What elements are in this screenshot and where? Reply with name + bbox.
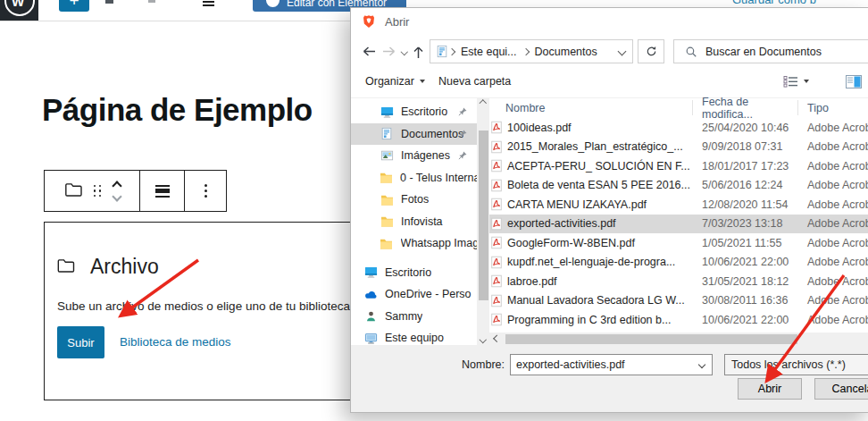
scroll-left-icon[interactable] (491, 333, 503, 345)
file-row-carta-menu-izakaya-pdf[interactable]: CARTA MENU IZAKAYA.pdf12/08/2020 11:54Ad… (489, 195, 868, 215)
block-toolbar (44, 170, 227, 212)
file-row-acepta-peru-soluci-n-en-f[interactable]: ACEPTA-PERU_ SOLUCIÓN EN F...18/01/2017 … (489, 156, 868, 176)
file-row-exported-activities-pdf[interactable]: exported-activities.pdf7/03/2023 13:18Ad… (489, 215, 868, 234)
sidebar-item-label: Whatsapp Imag (401, 237, 477, 249)
file-rows: 100ideas.pdf25/04/2020 10:46Adobe Acrob2… (489, 118, 868, 330)
sidebar-item-label: Este equipo (385, 332, 444, 344)
filename-value: exported-activities.pdf (516, 358, 625, 371)
pdf-file-icon (490, 198, 503, 211)
new-folder-button[interactable]: Nueva carpeta (438, 75, 511, 88)
file-row-googleform-w-8ben-pdf[interactable]: GoogleForm-W-8BEN.pdf1/05/2021 11:55Adob… (489, 233, 868, 253)
sidebar-item-im-genes[interactable]: Imágenes (351, 145, 477, 167)
scroll-up-icon[interactable] (477, 97, 489, 109)
add-block-button[interactable]: + (59, 0, 89, 12)
address-dropdown-icon[interactable] (618, 47, 627, 56)
file-row-manual-lavadora-secadora-lg-w[interactable]: Manual Lavadora Secadora LG W...30/08/20… (489, 291, 868, 311)
column-header-date[interactable]: Fecha de modifica... (693, 100, 798, 115)
sidebar-item-sammy[interactable]: Sammy (351, 306, 477, 328)
up-icon[interactable] (413, 46, 424, 59)
file-type: Adobe Acrob (798, 217, 868, 230)
align-icon[interactable] (155, 182, 170, 199)
sidebar-item-onedrive-perso[interactable]: OneDrive - Perso (351, 283, 477, 306)
recent-locations-chevron-icon[interactable] (402, 49, 407, 55)
sidebar-item-label: OneDrive - Perso (385, 288, 472, 300)
file-row-labroe-pdf[interactable]: labroe.pdf31/05/2021 18:12Adobe Acrob (489, 272, 868, 291)
file-row-2015-morales-plan-estrat-gico[interactable]: 2015_Morales_Plan_estratégico_...9/09/20… (489, 138, 868, 157)
folder-icon (380, 194, 394, 206)
sidebar-item-documentos[interactable]: Documentos (351, 123, 477, 146)
back-icon[interactable] (362, 46, 376, 57)
file-list: Nombre Fecha de modifica... Tipo ^ 100id… (489, 97, 868, 333)
file-name: CARTA MENU IZAKAYA.pdf (507, 198, 647, 211)
column-header-type[interactable]: Tipo (798, 100, 868, 115)
drag-handle-icon[interactable] (94, 185, 102, 198)
breadcrumb-folder[interactable]: Documentos (530, 46, 603, 58)
pin-icon (457, 129, 468, 142)
file-row-kupdf-net-el-lenguaje-de-progra[interactable]: kupdf.net_el-lenguaje-de-progra...10/06/… (489, 253, 868, 273)
dialog-title: Abrir (385, 15, 409, 29)
sidebar-scrollbar[interactable] (477, 97, 489, 345)
file-date: 1/05/2021 11:55 (693, 237, 798, 249)
brave-icon (362, 14, 376, 29)
scroll-down-icon[interactable] (477, 333, 489, 345)
pdf-file-icon (490, 294, 503, 307)
pdf-file-icon (490, 256, 503, 269)
filename-input[interactable]: exported-activities.pdf (510, 354, 713, 375)
upload-button[interactable]: Subir (57, 326, 104, 358)
move-down-icon[interactable] (112, 191, 121, 201)
refresh-button[interactable] (638, 39, 664, 63)
sidebar-item-este-equipo[interactable]: Este equipo (351, 327, 477, 345)
dropdown-triangle-icon (804, 80, 809, 83)
scrollbar-thumb[interactable] (505, 334, 797, 344)
computer-icon (363, 332, 378, 345)
save-draft-link[interactable]: Guardar como b (732, 0, 866, 7)
dropdown-triangle-icon (420, 80, 425, 83)
list-view-icon[interactable] (203, 1, 214, 8)
media-library-link[interactable]: Biblioteca de medios (120, 335, 231, 349)
pdf-file-icon (490, 236, 503, 249)
move-up-icon[interactable] (112, 181, 121, 190)
folder-icon (56, 255, 75, 279)
sidebar-item-0-telus-internat[interactable]: 0 - Telus Internat (351, 167, 477, 189)
file-type: Adobe Acrob (798, 140, 868, 153)
view-mode-button[interactable] (783, 75, 809, 88)
cancel-button[interactable]: Cancela (814, 378, 868, 400)
file-row-programming-in-c-3rd-edition-b[interactable]: Programming in C 3rd edition b...10/06/2… (489, 310, 868, 330)
organize-menu[interactable]: Organizar (365, 75, 425, 88)
breadcrumb-separator-icon (448, 47, 455, 55)
user-icon (363, 310, 378, 323)
document-icon (436, 45, 448, 58)
onedrive-icon (363, 290, 378, 299)
horizontal-scrollbar[interactable] (489, 333, 868, 345)
options-kebab-icon[interactable] (204, 184, 207, 198)
scrollbar-thumb[interactable] (479, 131, 488, 300)
sidebar-item-escritorio[interactable]: Escritorio (351, 262, 477, 284)
details-view-icon (783, 75, 798, 88)
search-box[interactable]: Buscar en Documentos (673, 39, 868, 63)
edit-mode-icon[interactable] (105, 0, 113, 4)
sidebar-item-label: Imágenes (401, 149, 450, 162)
sidebar-item-infovista[interactable]: Infovista (351, 211, 477, 233)
column-header-name[interactable]: Nombre (489, 100, 693, 115)
undo-icon[interactable] (148, 0, 155, 3)
address-bar[interactable]: Este equi... Documentos (430, 39, 633, 63)
file-row-boleta-de-venta-esan-5-pee-2016[interactable]: Boleta de venta ESAN 5 PEE 2016...5/06/2… (489, 176, 868, 196)
forward-icon[interactable] (382, 46, 396, 57)
file-type: Adobe Acrob (798, 179, 868, 191)
file-date: 5/06/2016 12:24 (693, 179, 798, 191)
open-button[interactable]: Abrir (738, 378, 802, 400)
breadcrumb-root[interactable]: Este equi... (455, 46, 522, 58)
sidebar-item-escritorio[interactable]: Escritorio (351, 101, 477, 123)
sidebar-item-fotos[interactable]: Fotos (351, 189, 477, 211)
preview-pane-button[interactable] (846, 75, 862, 88)
pdf-file-icon (490, 274, 503, 288)
sidebar-item-whatsapp-imag[interactable]: Whatsapp Imag (351, 232, 477, 255)
filetype-dropdown[interactable]: Todos los archivos (*.*) (724, 354, 868, 375)
file-type: Adobe Acrob (798, 314, 868, 326)
file-name: 100ideas.pdf (507, 122, 572, 134)
file-row-100ideas-pdf[interactable]: 100ideas.pdf25/04/2020 10:46Adobe Acrob (489, 118, 868, 138)
file-block-icon[interactable] (64, 181, 82, 201)
wordpress-logo-icon[interactable]: W (0, 0, 38, 21)
combo-dropdown-icon[interactable] (698, 361, 705, 368)
desktop-icon (380, 105, 394, 119)
